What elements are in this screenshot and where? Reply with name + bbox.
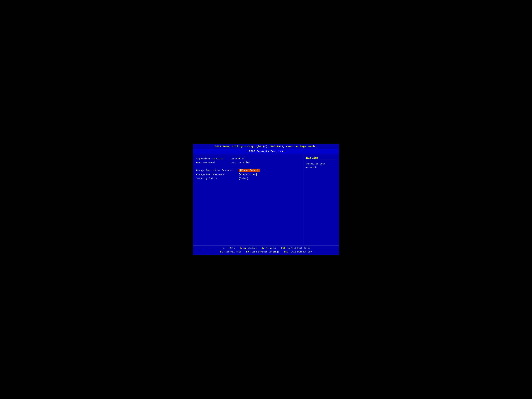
help-title: Help Item (305, 157, 337, 160)
footer-value-desc: Value (270, 247, 276, 249)
supervisor-password-value: :Installed (230, 158, 245, 160)
supervisor-password-row: Supervisor Password :Installed (196, 157, 300, 161)
change-user-password-value[interactable]: [Press Enter] (239, 173, 257, 176)
footer-esc: ESC :Exit Without Sav (284, 250, 312, 254)
footer-value: +/-/: Value (262, 247, 276, 250)
security-option-value[interactable]: [Setup] (239, 177, 248, 180)
main-content: Supervisor Password :Installed User Pass… (193, 154, 339, 245)
footer-move-key: ↑↓←→ (222, 247, 227, 249)
user-password-value: :Not Installed (230, 161, 250, 164)
footer-esc-key: ESC (284, 251, 288, 253)
change-supervisor-password-value[interactable]: [Press Enter] (239, 169, 260, 172)
arrow-left-icon: → (246, 150, 247, 153)
help-text: Install or Chan password. (305, 162, 337, 169)
footer-f10: F10 :Save & Exit Setup (281, 247, 310, 250)
change-user-password-label: Change User Password (196, 173, 239, 176)
right-panel: Help Item Install or Chan password. (303, 154, 339, 245)
footer-f1-key: F1 (220, 251, 223, 253)
arrow-right-icon: ← (285, 150, 286, 153)
supervisor-password-label: Supervisor Password (196, 157, 229, 161)
footer-value-key: +/-/: (262, 247, 268, 249)
footer-move: ↑↓←→ :Move (222, 247, 235, 250)
left-panel: Supervisor Password :Installed User Pass… (193, 154, 303, 245)
security-option-item[interactable]: Security Option [Setup] (196, 177, 300, 180)
footer-f1: F1 :General Help (220, 250, 241, 254)
footer: ↑↓←→ :Move Enter :Select +/-/: Value F10… (193, 245, 339, 255)
footer-f1-desc: :General Help (224, 251, 241, 253)
footer-move-desc: :Move (228, 247, 235, 249)
change-supervisor-password-item[interactable]: Change Supervisor Password [Press Enter] (196, 169, 300, 172)
footer-f10-key: F10 (281, 247, 285, 249)
footer-enter-key: Enter (240, 247, 247, 249)
menu-section: Change Supervisor Password [Press Enter]… (196, 169, 300, 180)
title-bar: CMOS Setup Utility - Copyright (C) 1985-… (193, 144, 339, 149)
security-option-label: Security Option (196, 177, 239, 180)
footer-row-1: ↑↓←→ :Move Enter :Select +/-/: Value F10… (195, 247, 337, 250)
footer-f9-desc: :Load Default Settings (250, 251, 279, 253)
footer-f9-key: F9 (246, 251, 249, 253)
footer-f9: F9 :Load Default Settings (246, 250, 279, 254)
footer-enter-desc: :Select (248, 247, 257, 249)
footer-enter: Enter :Select (240, 247, 257, 250)
footer-row-2: F1 :General Help F9 :Load Default Settin… (195, 250, 337, 254)
subtitle-title: BIOS Security Features (249, 150, 283, 153)
change-supervisor-password-label: Change Supervisor Password (196, 169, 239, 172)
user-password-row: User Password :Not Installed (196, 161, 300, 165)
footer-f10-desc: :Save & Exit Setup (286, 247, 310, 249)
change-user-password-item[interactable]: Change User Password [Press Enter] (196, 173, 300, 176)
user-password-label: User Password (196, 161, 229, 165)
bios-screen: CMOS Setup Utility - Copyright (C) 1985-… (193, 144, 339, 255)
status-section: Supervisor Password :Installed User Pass… (196, 157, 300, 165)
subtitle-bar: → BIOS Security Features ← (193, 149, 339, 154)
footer-esc-desc: :Exit Without Sav (289, 251, 312, 253)
